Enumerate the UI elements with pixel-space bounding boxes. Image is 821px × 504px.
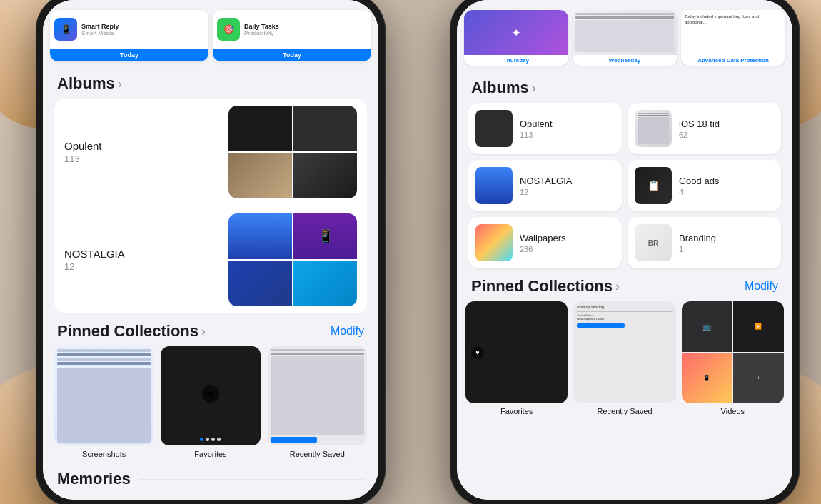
nostalgia-count-right: 12 [520,188,572,196]
pinned-header-right: Pinned Collections › Modify [457,268,792,301]
card2-sub: Productivity [244,30,367,36]
albums-header-left: Albums › [43,66,378,99]
card1-info: Smart Reply Smart Media [81,23,204,36]
pinned-screenshots-thumb [54,346,153,445]
nostalgia-name-right: NOSTALGIA [520,176,572,186]
modify-btn-right[interactable]: Modify [745,280,778,293]
heart-icon-right: ♥ [471,346,484,359]
top-spacer-right [457,0,792,7]
pinned-title-left[interactable]: Pinned Collections › [57,322,206,341]
video-cell-4: + [733,353,784,403]
pinned-recently-saved-right[interactable]: Privacy Sharing Tower StatusNew Playback… [573,301,675,415]
phone-left-screen: 📱 Smart Reply Smart Media Today 🎯 [43,0,378,500]
card2-info: Daily Tasks Productivity [244,23,367,36]
opulent-cell-2 [293,106,357,151]
rcard2-body [575,20,674,52]
memories-title-left[interactable]: Memories [57,470,131,488]
pinned-title-right[interactable]: Pinned Collections › [471,277,620,296]
card2-name: Daily Tasks [244,23,367,30]
opulent-name-right: Opulent [520,119,553,129]
ios18-line2 [638,115,669,116]
album-nostalgia-info: NOSTALGIA 12 [64,248,220,272]
opulent-cell-3 [228,153,292,198]
branding-thumb-right: BR [635,224,672,261]
albums-container-left: Opulent 113 NOSTALGIA [54,99,367,313]
branding-info-right: Branding 1 [679,233,716,253]
thursday-btn-label: Thursday [464,55,568,66]
pinned-label-left: Pinned Collections [57,322,198,341]
wallpapers-info-right: Wallpapers 236 [520,233,566,253]
right-card3-label: Advanced Data Protection [681,55,785,66]
pinned-favorites-thumb-right: ♥ [465,301,568,403]
album-opulent-left[interactable]: Opulent 113 [54,99,367,206]
albums-chevron-left: › [118,76,122,91]
ss-line-4 [57,362,151,365]
nostalgia-cell-3 [228,261,292,306]
ios18-line1 [638,113,669,114]
pinned-videos-right[interactable]: 📺 ▶️ 📱 + Videos [682,301,784,415]
right-card-2[interactable]: Wednesday [573,10,677,66]
pinned-favorites-thumb: ♥ [161,346,260,445]
rcard2-line2 [575,16,674,19]
rcard2-line1 [575,13,674,15]
right-card-3-text: Today included important bug fixes and a… [685,14,782,26]
nostalgia-thumb-right [475,167,513,204]
album-goodads-right[interactable]: 📋 Good ads 4 [628,160,781,211]
rs-btn [271,437,318,443]
pinned-rs-thumb-right: Privacy Sharing Tower StatusNew Playback… [573,301,675,403]
card1-btn[interactable]: Today [50,49,208,61]
recently-saved-label-right: Recently Saved [597,407,652,415]
albums-title-left[interactable]: Albums › [57,74,122,93]
thursday-card[interactable]: ✦ Thursday [464,10,568,66]
card2-btn[interactable]: Today [213,49,371,61]
memories-header-left: Memories [43,458,378,491]
ss-line-1 [57,349,151,352]
favorites-label-right: Favorites [500,407,533,415]
screenshots-label-left: Screenshots [82,450,126,458]
album-ios18-right[interactable]: iOS 18 tid 62 [628,103,781,154]
phone-left: 📱 Smart Reply Smart Media Today 🎯 [36,0,386,504]
card1-name: Smart Reply [81,23,204,30]
pinned-favorites-left[interactable]: ♥ Favorites [161,346,260,458]
branding-icon: BR [648,239,658,247]
card2-icon: 🎯 [217,18,240,41]
top-section-right: ✦ Thursday Wednesday [457,7,792,70]
album-branding-right[interactable]: BR Branding 1 [628,217,781,268]
top-card-2[interactable]: 🎯 Daily Tasks Productivity Today [213,10,371,61]
rs-body-text-right: Tower StatusNew Playback Colors [577,313,672,321]
modify-btn-left[interactable]: Modify [331,325,364,338]
pinned-recently-thumb [268,346,367,445]
scene: 📱 Smart Reply Smart Media Today 🎯 [0,0,821,504]
card1-sub: Smart Media [81,30,204,36]
branding-name-right: Branding [679,233,716,243]
nostalgia-cell-1 [228,213,292,259]
phone-right-screen: ✦ Thursday Wednesday [457,0,792,500]
nostalgia-info-right: NOSTALGIA 12 [520,176,572,196]
albums-label-right: Albums [471,79,529,97]
goodads-count-right: 4 [679,188,719,196]
top-card-1[interactable]: 📱 Smart Reply Smart Media Today [50,10,208,61]
pinned-recently-saved-left[interactable]: Recently Saved [268,346,367,458]
opulent-thumb-right [475,110,513,147]
rs-content [268,346,367,445]
pinned-screenshots-left[interactable]: Screenshots [54,346,153,458]
album-nostalgia-right[interactable]: NOSTALGIA 12 [468,160,622,211]
nostalgia-cell-2: 📱 [293,213,357,259]
video-cell-1: 📺 [682,301,732,352]
album-wallpapers-right[interactable]: Wallpapers 236 [468,217,622,268]
videos-grid: 📺 ▶️ 📱 + [682,301,784,403]
dot-2 [206,438,209,441]
rs-line-1 [271,349,364,351]
album-opulent-right[interactable]: Opulent 113 [468,103,622,154]
memories-line-left [139,479,364,480]
right-card-3[interactable]: Today included important bug fixes and a… [681,10,785,66]
videos-label-right: Videos [721,407,745,415]
dot-4 [217,438,221,441]
album-nostalgia-left[interactable]: NOSTALGIA 12 📱 [54,206,367,313]
albums-title-right[interactable]: Albums › [471,79,536,97]
ios18-body [638,117,669,144]
pinned-favorites-right[interactable]: ♥ Favorites [465,301,568,415]
nostalgia-name-left: NOSTALGIA [64,248,220,260]
thursday-img: ✦ [464,10,568,55]
pinned-chevron-left: › [201,324,206,339]
